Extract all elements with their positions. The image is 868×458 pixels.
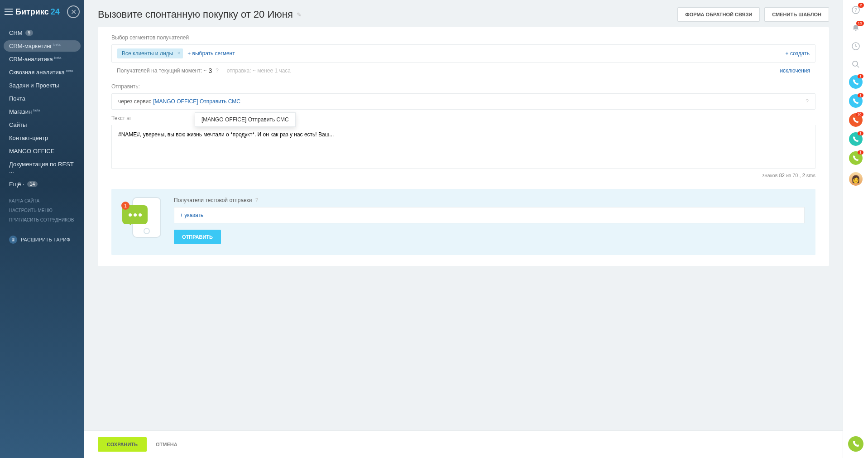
beta-badge: beta	[33, 108, 40, 112]
menu-settings-link[interactable]: НАСТРОИТЬ МЕНЮ	[9, 206, 75, 215]
char-counter: знаков 82 из 70 , 2 sms	[98, 170, 829, 184]
send-time-label: отправка: ~ менее 1 часа	[227, 67, 291, 74]
service-dropdown-option[interactable]: [MANGO OFFICE] Отправить СМС	[195, 112, 296, 127]
sidebar-item-label: CRM-маркетинг	[9, 43, 52, 49]
sitemap-link[interactable]: КАРТА САЙТА	[9, 196, 75, 206]
sidebar-item-label: Магазин	[9, 108, 32, 115]
sidebar-item-badge: 14	[27, 181, 38, 187]
footer-bar: СОХРАНИТЬ ОТМЕНА	[84, 430, 843, 458]
specify-recipient-input[interactable]: указать	[174, 207, 805, 223]
bell-icon[interactable]: 13	[850, 23, 861, 34]
count-of: из	[786, 173, 791, 178]
via-service-label: через сервис	[118, 98, 151, 105]
sidebar: Битрикс 24 ✕ CRM9 CRM-маркетингbeta CRM-…	[0, 0, 84, 458]
help-icon[interactable]: ?	[255, 197, 259, 203]
call-button-1[interactable]: 1	[849, 75, 863, 89]
hamburger-icon[interactable]	[5, 9, 13, 15]
create-segment-link[interactable]: создать	[786, 50, 810, 57]
help-icon[interactable]: ?	[216, 67, 219, 74]
sidebar-item-label: MANGO OFFICE	[9, 148, 54, 154]
help-icon[interactable]: ? 2	[850, 5, 861, 15]
exclusions-link[interactable]: исключения	[780, 67, 810, 74]
call-button-3[interactable]: 10	[849, 113, 863, 127]
sidebar-item-more[interactable]: Ещё ·14	[0, 178, 84, 191]
sidebar-item-label: Контакт-центр	[9, 135, 48, 141]
sidebar-item-store[interactable]: Магазинbeta	[0, 105, 84, 118]
pencil-icon[interactable]: ✎	[297, 11, 302, 18]
send-section-label: Отправить:	[98, 79, 829, 93]
test-recipients-label: Получатели тестовой отправки	[174, 197, 252, 203]
char-count: 82	[779, 173, 785, 178]
search-icon[interactable]	[850, 59, 861, 70]
logo-text-2: 24	[51, 7, 60, 17]
send-service-box: через сервис [MANGO OFFICE] Отправить СМ…	[111, 93, 815, 110]
help-badge: 2	[858, 3, 863, 8]
count-sep: ,	[800, 173, 801, 178]
feedback-form-button[interactable]: ФОРМА ОБРАТНОЙ СВЯЗИ	[677, 7, 760, 22]
page-title: Вызовите спонтанную покупку от 20 Июня	[98, 9, 293, 20]
test-icon-badge: 1	[121, 202, 129, 210]
count-prefix: знаков	[762, 173, 777, 178]
svg-point-3	[853, 61, 858, 66]
call-badge: 1	[858, 131, 863, 135]
sidebar-item-label: Задачи и Проекты	[9, 82, 59, 89]
sidebar-item-through-analytics[interactable]: Сквозная аналитикаbeta	[0, 66, 84, 79]
add-segment-link[interactable]: выбрать сегмент	[187, 50, 235, 57]
test-send-button[interactable]: ОТПРАВИТЬ	[174, 230, 221, 244]
service-selector[interactable]: [MANGO OFFICE] Отправить СМС	[153, 98, 240, 105]
logo[interactable]: Битрикс 24	[15, 7, 60, 17]
sidebar-item-label: CRM-аналитика	[9, 56, 53, 63]
sidebar-item-contact-center[interactable]: Контакт-центр	[0, 131, 84, 145]
bell-badge: 13	[856, 21, 864, 26]
sms-test-icon: 1	[122, 197, 163, 238]
segment-tag[interactable]: Все клиенты и лиды ×	[117, 48, 183, 58]
call-button-5[interactable]: 1	[849, 151, 863, 165]
cancel-button[interactable]: ОТМЕНА	[156, 442, 177, 447]
upgrade-label: РАСШИРИТЬ ТАРИФ	[21, 237, 70, 242]
sidebar-item-label: Сквозная аналитика	[9, 69, 65, 76]
upgrade-plan-button[interactable]: ♛ РАСШИРИТЬ ТАРИФ	[0, 231, 84, 248]
sms-text-input[interactable]	[111, 125, 815, 169]
segment-tag-label: Все клиенты и лиды	[122, 50, 173, 57]
sidebar-item-mango-office[interactable]: MANGO OFFICE	[0, 145, 84, 158]
beta-badge: beta	[66, 69, 73, 73]
sidebar-item-badge: 9	[25, 30, 34, 36]
sidebar-item-rest-docs[interactable]: Документация по REST ...	[0, 158, 84, 178]
sidebar-item-crm-analytics[interactable]: CRM-аналитикаbeta	[0, 53, 84, 66]
call-button-2[interactable]: 1	[849, 94, 863, 108]
help-icon[interactable]: ?	[806, 98, 809, 105]
call-button-4[interactable]: 1	[849, 132, 863, 146]
remove-segment-icon[interactable]: ×	[177, 50, 180, 56]
recipients-row: Получателей на текущий момент: ~ 3 ? отп…	[98, 63, 829, 79]
beta-badge: beta	[54, 56, 62, 60]
sidebar-item-mail[interactable]: Почта	[0, 92, 84, 105]
sidebar-item-crm-marketing[interactable]: CRM-маркетингbeta	[4, 40, 81, 52]
fab-call-button[interactable]	[848, 436, 863, 452]
char-limit: 70	[792, 173, 798, 178]
sms-suffix: sms	[806, 173, 815, 178]
sidebar-item-crm[interactable]: CRM9	[0, 26, 84, 39]
sidebar-item-label: Сайты	[9, 121, 27, 128]
svg-text:?: ?	[854, 7, 857, 13]
sidebar-item-label: Почта	[9, 95, 25, 102]
call-badge: 1	[858, 93, 863, 97]
crown-icon: ♛	[9, 236, 17, 244]
right-rail: ? 2 13 1 1 10 1 1	[843, 0, 868, 458]
call-badge: 1	[858, 150, 863, 154]
segments-row: Все клиенты и лиды × выбрать сегмент соз…	[111, 44, 815, 63]
sidebar-item-label: Ещё ·	[9, 181, 24, 188]
sms-parts: 2	[802, 173, 805, 178]
beta-badge: beta	[53, 43, 61, 47]
close-icon[interactable]: ✕	[67, 5, 80, 18]
call-badge: 1	[858, 74, 863, 78]
save-button[interactable]: СОХРАНИТЬ	[98, 437, 147, 452]
segments-section-label: Выбор сегментов получателей	[98, 27, 829, 44]
invite-link[interactable]: ПРИГЛАСИТЬ СОТРУДНИКОВ	[9, 215, 75, 225]
main-content: Вызовите спонтанную покупку от 20 Июня ✎…	[84, 0, 843, 458]
avatar[interactable]: 👩	[849, 172, 863, 186]
sidebar-item-tasks[interactable]: Задачи и Проекты	[0, 79, 84, 92]
sidebar-item-sites[interactable]: Сайты	[0, 118, 84, 131]
clock-icon[interactable]	[850, 41, 861, 52]
recipients-count: 3	[208, 67, 212, 74]
change-template-button[interactable]: СМЕНИТЬ ШАБЛОН	[764, 7, 829, 22]
